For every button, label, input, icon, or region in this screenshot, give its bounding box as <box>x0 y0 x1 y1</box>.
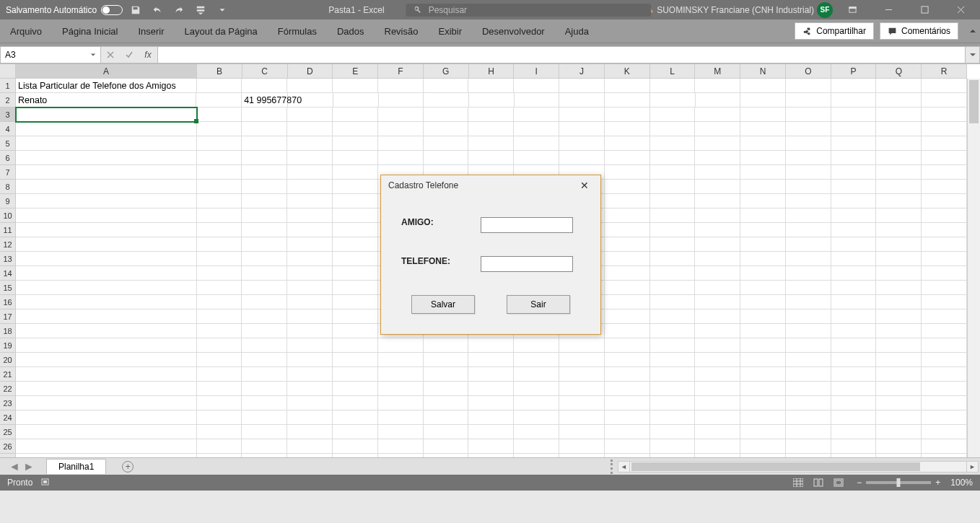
cell-C7[interactable] <box>242 165 287 180</box>
cell-G21[interactable] <box>424 367 469 382</box>
cell-E7[interactable] <box>333 165 378 180</box>
cell-D9[interactable] <box>287 194 333 208</box>
cell-M18[interactable] <box>695 324 740 338</box>
cell-N23[interactable] <box>740 396 786 410</box>
comments-button[interactable]: Comentários <box>880 22 958 40</box>
cell-O15[interactable] <box>786 281 831 295</box>
cell-K8[interactable] <box>605 180 650 194</box>
cell-P17[interactable] <box>831 309 877 324</box>
cell-B6[interactable] <box>197 151 242 165</box>
cell-L12[interactable] <box>650 237 696 252</box>
cell-A21[interactable] <box>16 367 197 382</box>
cell-M11[interactable] <box>695 223 740 237</box>
cell-M23[interactable] <box>695 396 740 410</box>
cell-A9[interactable] <box>16 194 197 208</box>
cell-K9[interactable] <box>605 194 650 208</box>
cell-P8[interactable] <box>831 180 877 194</box>
cell-G2[interactable] <box>424 93 469 107</box>
row-header-12[interactable]: 12 <box>0 237 16 252</box>
sheet-nav-next-icon[interactable]: ► <box>22 460 36 473</box>
cell-E18[interactable] <box>333 324 378 338</box>
cell-E3[interactable] <box>333 107 378 122</box>
cell-B19[interactable] <box>197 338 242 353</box>
cell-B21[interactable] <box>197 367 242 382</box>
cell-M1[interactable] <box>695 79 740 93</box>
cell-H3[interactable] <box>468 107 514 122</box>
cell-A17[interactable] <box>16 309 197 324</box>
cell-L7[interactable] <box>650 165 696 180</box>
cell-O20[interactable] <box>786 353 831 367</box>
cell-B22[interactable] <box>197 382 242 396</box>
cell-L18[interactable] <box>650 324 696 338</box>
add-sheet-button[interactable]: + <box>119 458 136 475</box>
cell-N18[interactable] <box>740 324 786 338</box>
vertical-scrollbar[interactable] <box>967 79 980 457</box>
ribbon-tab-exibir[interactable]: Exibir <box>428 19 472 43</box>
cell-G1[interactable] <box>424 79 469 93</box>
cell-H24[interactable] <box>468 410 514 425</box>
autosave-toggle[interactable]: Salvamento Automático <box>6 5 123 15</box>
macro-recorder-icon[interactable] <box>41 477 51 489</box>
cell-P20[interactable] <box>831 353 877 367</box>
cell-N2[interactable] <box>740 93 786 107</box>
cell-A13[interactable] <box>16 252 197 266</box>
cell-F4[interactable] <box>378 122 424 136</box>
cell-A7[interactable] <box>16 165 197 180</box>
cell-N7[interactable] <box>740 165 786 180</box>
fx-button[interactable]: fx <box>139 50 157 60</box>
cell-J25[interactable] <box>559 425 605 439</box>
cell-P11[interactable] <box>831 223 877 237</box>
cell-I6[interactable] <box>514 151 559 165</box>
cell-D20[interactable] <box>287 353 333 367</box>
cell-C10[interactable] <box>242 208 287 223</box>
cell-A25[interactable] <box>16 425 197 439</box>
ribbon-tab-layout-da-página[interactable]: Layout da Página <box>175 19 268 43</box>
cell-Q16[interactable] <box>876 295 922 309</box>
cell-M16[interactable] <box>695 295 740 309</box>
cell-O25[interactable] <box>786 425 831 439</box>
cell-D7[interactable] <box>287 165 333 180</box>
cell-R6[interactable] <box>922 151 967 165</box>
row-header-26[interactable]: 26 <box>0 439 16 454</box>
cell-C4[interactable] <box>242 122 287 136</box>
cell-B5[interactable] <box>197 136 242 151</box>
cell-I26[interactable] <box>514 439 559 454</box>
cell-Q19[interactable] <box>876 338 922 353</box>
cell-L9[interactable] <box>650 194 696 208</box>
cell-B7[interactable] <box>197 165 242 180</box>
cell-A19[interactable] <box>16 338 197 353</box>
col-header-O[interactable]: O <box>786 64 831 79</box>
cell-O5[interactable] <box>786 136 831 151</box>
cell-G6[interactable] <box>424 151 469 165</box>
row-header-10[interactable]: 10 <box>0 208 16 223</box>
col-header-I[interactable]: I <box>514 64 559 79</box>
cell-D24[interactable] <box>287 410 333 425</box>
cell-A20[interactable] <box>16 353 197 367</box>
cell-D4[interactable] <box>287 122 333 136</box>
cell-O21[interactable] <box>786 367 831 382</box>
zoom-in-button[interactable]: + <box>935 478 940 488</box>
cell-K3[interactable] <box>605 107 650 122</box>
input-telefone[interactable] <box>481 256 573 272</box>
cell-F6[interactable] <box>378 151 424 165</box>
cell-D6[interactable] <box>287 151 333 165</box>
sheet-tab-active[interactable]: Planilha1 <box>46 459 106 474</box>
row-header-1[interactable]: 1 <box>0 79 16 93</box>
cell-P21[interactable] <box>831 367 877 382</box>
cell-H22[interactable] <box>468 382 514 396</box>
cell-C25[interactable] <box>242 425 287 439</box>
cell-E14[interactable] <box>333 266 378 281</box>
view-page-break-icon[interactable] <box>829 475 848 490</box>
cell-P10[interactable] <box>831 208 877 223</box>
cell-E26[interactable] <box>333 439 378 454</box>
cell-B14[interactable] <box>197 266 242 281</box>
toggle-switch[interactable] <box>101 5 123 15</box>
dialog-close-button[interactable]: ✕ <box>576 177 593 194</box>
cell-O9[interactable] <box>786 194 831 208</box>
cell-Q4[interactable] <box>876 122 922 136</box>
cell-M20[interactable] <box>695 353 740 367</box>
cell-I21[interactable] <box>514 367 559 382</box>
ribbon-tab-inserir[interactable]: Inserir <box>128 19 174 43</box>
cell-G20[interactable] <box>424 353 469 367</box>
cell-P25[interactable] <box>831 425 877 439</box>
